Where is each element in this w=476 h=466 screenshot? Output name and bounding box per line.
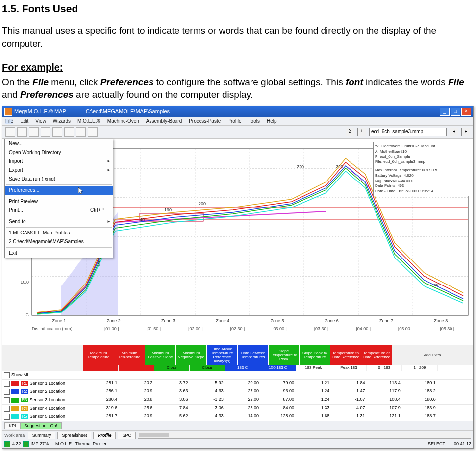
tab-spreadsheet[interactable]: Spreadsheet [57,432,91,439]
data-cell: 20.2 [119,380,154,388]
data-rows: Show All R1Sensor 1 Location281.120.23.7… [2,371,473,421]
sensor-name: Sensor 5 Location [30,414,66,419]
menu-item[interactable]: Wizards [53,119,71,124]
example-label: For example: [2,61,474,74]
window-minimize-button[interactable]: _ [440,108,450,116]
horizontal-scrollbar[interactable] [138,432,471,439]
menu-item-print[interactable]: Print... Ctrl+P [5,206,113,215]
term-preferences-2: Preferences [20,89,74,100]
header-cell: Maximum Temperature [83,345,114,365]
t: On the [2,77,32,87]
table-row: R3Sensor 3 Location280.420.83.06-3.2322.… [2,396,473,404]
term-file: File [32,77,49,87]
toolbar-button[interactable] [5,127,15,137]
menu-item-recent-1[interactable]: 1 MEGAMOLE Map Profiles [5,229,113,237]
sensor-color-icon [11,398,19,403]
tab-suggestion[interactable]: Suggestion - On! [20,422,62,429]
data-cell: -4.63 [190,388,225,396]
menu-item[interactable]: M.O.L.E.® [77,119,100,124]
show-all-checkbox[interactable] [4,372,10,378]
data-cell: 1.24 [296,388,331,396]
row-checkbox[interactable] [4,406,10,412]
annot: 220 [297,164,304,169]
plus-button[interactable]: + [357,128,366,136]
menu-item-print-preview[interactable]: Print Preview [5,197,113,206]
data-cell: 113.4 [367,380,402,388]
data-cell: 1.21 [296,380,331,388]
menu-item-recent-2[interactable]: 2 C:\ecd\Megamole\MAP\Samples [5,237,113,246]
menu-item-new[interactable]: New... [5,139,113,148]
menu-item[interactable]: Machine-Oven [107,119,139,124]
app-title: MegaM.O.L.E.® MAP [14,109,66,114]
data-cell: 188.2 [402,388,438,396]
header-cell: Maximum Negative Slope [176,345,207,365]
tab-profile[interactable]: Profile [93,432,116,439]
menu-separator [6,216,112,216]
data-cell: -1.84 [331,380,367,388]
toolbar-button[interactable] [76,127,86,137]
table-row: R4Sensor 4 Location319.625.67.84-3.0625.… [2,404,473,413]
data-cell: 281.7 [84,413,119,421]
menu-item-preferences[interactable]: Preferences... [5,186,113,195]
menu-item-import[interactable]: Import [5,157,113,166]
data-cell: 281.1 [84,380,119,388]
row-checkbox[interactable] [4,381,10,387]
menu-item-open-working-directory[interactable]: Open Working Directory [5,148,113,157]
data-cell: 117.9 [367,388,402,396]
tab-spc[interactable]: SPC [118,432,136,439]
menu-item[interactable]: Edit [20,119,28,124]
row-checkbox[interactable] [4,414,10,420]
screenshot: MegaM.O.L.E.® MAP C:\ecd\MEGAMOLE\MAP\Sa… [2,106,474,449]
header-cell: Minimum Temperature [114,345,145,365]
menu-item-exit[interactable]: Exit [5,249,113,258]
menu-item[interactable]: Help [267,119,277,124]
status-dot-icon [4,441,10,447]
data-cell: -4.07 [331,405,367,413]
row-checkbox[interactable] [4,389,10,395]
menu-item[interactable]: Profile [227,119,241,124]
tab-summary[interactable]: Summary [28,432,56,439]
t: are actually found on the computer displ… [76,89,253,100]
t: to configure the software global setting… [156,77,346,87]
menu-item-export[interactable]: Export [5,166,113,175]
table-row: R5Sensor 5 Location281.720.95.62-4.3314.… [2,413,473,421]
status-device: M.O.L.E.: Thermal Profiler [55,442,106,446]
data-cell: -1.31 [331,413,367,421]
menu-item[interactable]: File [5,119,13,124]
menu-item[interactable]: Tools [249,119,260,124]
sample-name-input[interactable] [369,128,447,136]
toolbar-button[interactable] [64,127,74,137]
kpi-tabs: KPI Suggestion - On! [2,421,473,430]
menu-item[interactable]: Assembly-Board [146,119,182,124]
workarea: New... Open Working Directory Import Exp… [2,139,473,345]
toolbar-button[interactable] [52,127,62,137]
intro-paragraph: This manual uses a specific font to indi… [2,25,474,50]
toolbar-button[interactable] [88,127,98,137]
data-cell: 20.9 [119,388,154,396]
toolbar-button[interactable] [17,127,27,137]
row-checkbox[interactable] [4,397,10,403]
chart-legend: W: Electrovert_Omni10-7_Medium A: Mother… [373,142,470,196]
menu-item[interactable]: View [35,119,46,124]
data-cell: 20.00 [225,380,261,388]
section-heading: 1.5. Fonts Used [2,2,474,16]
window-close-button[interactable]: × [461,108,471,116]
menu-item-send-to[interactable]: Send to [5,217,113,226]
window-maximize-button[interactable]: □ [451,108,460,116]
tab-kpi[interactable]: KPI [4,422,21,429]
data-cell: 108.4 [367,396,402,404]
header-add-extra[interactable]: Add Extra [392,345,473,365]
data-cell: 3.63 [154,388,190,396]
toolbar-button[interactable] [41,127,50,137]
data-cell: 1.88 [296,413,331,421]
menu-item[interactable]: Process-Paste [189,119,221,124]
header-cell: Slope Peak to Temperature [300,345,330,365]
sample-next-button[interactable]: ▸ [461,128,470,136]
toolbar-button[interactable] [29,127,39,137]
work-area-label: Work area: [4,433,26,438]
sigma-button[interactable]: Σ [346,128,354,136]
data-cell: -5.92 [190,380,225,388]
t: menu, click [51,77,100,87]
sample-prev-button[interactable]: ◂ [450,128,458,136]
menu-item-save-data-run[interactable]: Save Data run (.xmg) [5,175,113,183]
